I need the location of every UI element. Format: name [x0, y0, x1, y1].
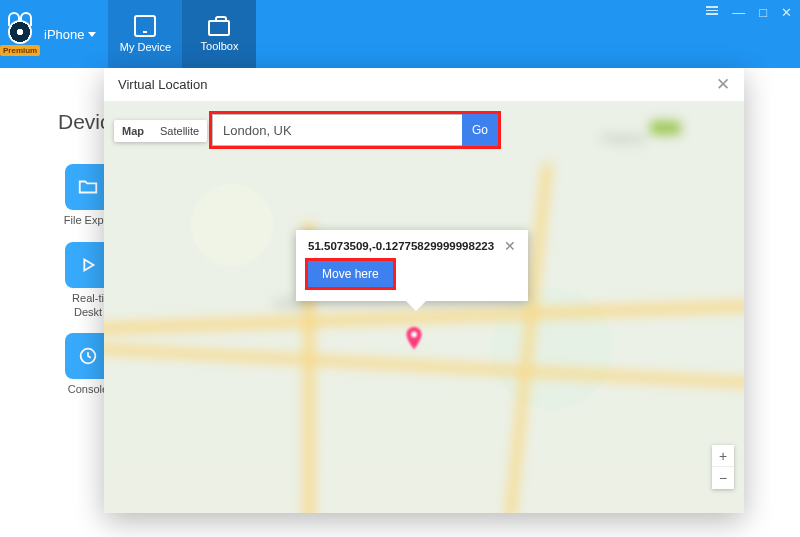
close-button[interactable]: ✕: [781, 6, 792, 19]
device-selector[interactable]: iPhone: [44, 27, 96, 42]
clock-icon: [77, 345, 99, 367]
play-icon: [77, 254, 99, 276]
menu-icon[interactable]: [706, 6, 718, 15]
nav-my-device[interactable]: My Device: [108, 0, 182, 68]
nav-label: My Device: [120, 41, 171, 53]
nav-label: Toolbox: [201, 40, 239, 52]
zoom-controls: + −: [712, 445, 734, 489]
map-label: Chipping: [601, 132, 644, 144]
map-pin-icon: [404, 327, 424, 353]
dialog-close-button[interactable]: ✕: [716, 74, 730, 95]
move-here-button[interactable]: Move here: [308, 261, 393, 287]
toolbox-icon: [208, 20, 230, 36]
location-infowindow: 51.5073509,-0.12775829999998223 ✕ Move h…: [296, 230, 528, 301]
location-search: Go: [212, 114, 498, 146]
go-button[interactable]: Go: [462, 114, 498, 146]
dialog-header: Virtual Location ✕: [104, 68, 744, 102]
coordinates-text: 51.5073509,-0.12775829999998223: [308, 240, 494, 252]
svg-point-2: [411, 332, 417, 338]
map-canvas[interactable]: Chipping mbley A414 Map Satellite Go 51.…: [104, 102, 744, 513]
window-controls: — □ ✕: [706, 0, 800, 68]
virtual-location-dialog: Virtual Location ✕ Chipping mbley A414 M…: [104, 68, 744, 513]
map-type-satellite[interactable]: Satellite: [152, 120, 207, 142]
infowindow-close-button[interactable]: ✕: [504, 239, 516, 253]
search-input[interactable]: [212, 114, 462, 146]
minimize-button[interactable]: —: [732, 6, 745, 19]
chevron-down-icon: [88, 32, 96, 37]
svg-marker-0: [84, 259, 93, 270]
zoom-out-button[interactable]: −: [712, 467, 734, 489]
titlebar: Premium iPhone My Device Toolbox — □ ✕: [0, 0, 800, 68]
tablet-icon: [134, 15, 156, 37]
road-badge: A414: [651, 122, 680, 134]
map-type-map[interactable]: Map: [114, 120, 152, 142]
premium-badge: Premium: [0, 45, 40, 56]
map-type-switch: Map Satellite: [114, 120, 207, 142]
app-logo: Premium: [6, 18, 38, 50]
device-selector-label: iPhone: [44, 27, 84, 42]
folder-icon: [77, 176, 99, 198]
dialog-title: Virtual Location: [118, 77, 207, 92]
zoom-in-button[interactable]: +: [712, 445, 734, 467]
nav-toolbox[interactable]: Toolbox: [182, 0, 256, 68]
brand: Premium iPhone: [0, 0, 108, 68]
maximize-button[interactable]: □: [759, 6, 767, 19]
